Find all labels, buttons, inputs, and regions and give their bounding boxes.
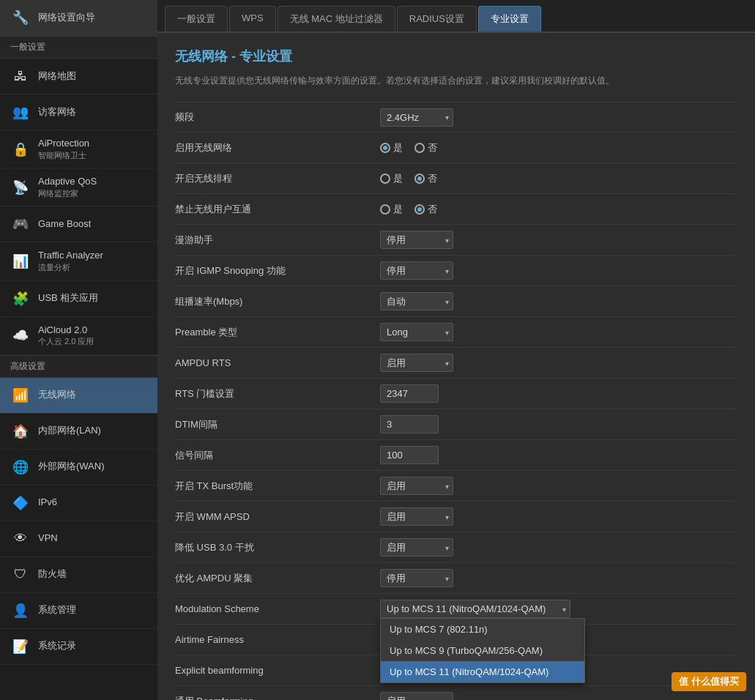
control-dtim-interval [380,411,737,438]
settings-rows: 频段2.4GHz5GHz启用无线网络 是 否开启无线排程 是 否禁止无线用户互通… [175,102,737,700]
dropdown-item-up-to-mcs-11-(nitroqam/1024-qam)[interactable]: Up to MCS 11 (NitroQAM/1024-QAM) [381,661,584,682]
select-tx-burst[interactable]: 启用停用 [380,477,453,495]
sidebar-item-setup-wizard[interactable]: 🔧 网络设置向导 [0,0,157,36]
sidebar-item-firewall[interactable]: 🛡 防火墙 [0,557,157,593]
sidebar-item-vpn[interactable]: 👁 VPN [0,521,157,557]
radio-group-wireless-scheduling: 是 否 [380,172,437,185]
select-universal-beamforming[interactable]: 启用停用 [380,692,453,700]
sidebar-item-syslog[interactable]: 📝 系统记录 [0,629,157,665]
row-dtim-interval: DTIM间隔 [175,409,737,440]
dropdown-item-up-to-mcs-9-(turboqam/256-qam)[interactable]: Up to MCS 9 (TurboQAM/256-QAM) [381,640,584,661]
page-title: 无线网络 - 专业设置 [175,48,737,65]
radio-dot-wireless-scheduling-0 [380,174,390,184]
row-ampdu-aggregation: 优化 AMPDU 聚集停用启用 [175,563,737,594]
control-beacon-interval [380,442,737,469]
sidebar-item-aicloud[interactable]: ☁️ AiCloud 2.0个人云 2.0 应用 [0,317,157,355]
sidebar-item-aiprotection[interactable]: 🔒 AiProtection智能网络卫士 [0,130,157,168]
tab-bar: 一般设置WPS无线 MAC 地址过滤器RADIUS设置专业设置 [157,0,755,33]
sidebar-item-wan[interactable]: 🌐 外部网络(WAN) [0,450,157,485]
radio-dot-wireless-scheduling-1 [414,174,425,184]
row-universal-beamforming: 通用 Beamforming启用停用 [175,686,737,700]
sidebar-item-guest-network[interactable]: 👥 访客网络 [0,94,157,130]
tab-container: 一般设置WPS无线 MAC 地址过滤器RADIUS设置专业设置 [165,6,543,31]
select-ampdu-aggregation[interactable]: 停用启用 [380,569,453,587]
row-modulation-scheme: Modulation SchemeUp to MCS 7 (802.11n)Up… [175,594,737,625]
control-wireless-scheduling: 是 否 [380,168,737,190]
sidebar-item-sysadmin[interactable]: 👤 系统管理 [0,593,157,629]
label-ampdu-rts: AMPDU RTS [175,351,380,374]
dropdown-item-up-to-mcs-7-(802.11n)[interactable]: Up to MCS 7 (802.11n) [381,619,584,640]
radio-option-disable-ap-isolation-1[interactable]: 否 [414,203,437,216]
row-roaming-assist: 漫游助手停用启用 [175,225,737,256]
sidebar-item-ipv6[interactable]: 🔷 IPv6 [0,485,157,521]
row-multicast-rate: 组播速率(Mbps)自动125.511 [175,286,737,317]
usb-apps-label: USB 相关应用 [38,292,98,305]
label-preamble: Preamble 类型 [175,320,380,345]
select-preamble[interactable]: LongShort [380,323,453,341]
usb-apps-icon: 🧩 [10,288,31,309]
label-modulation-scheme: Modulation Scheme [175,597,380,620]
sysadmin-label: 系统管理 [38,604,76,617]
label-tx-burst: 开启 TX Burst功能 [175,474,380,499]
control-usb30-interference: 启用停用 [380,534,737,561]
sidebar-item-traffic-analyzer[interactable]: 📊 Traffic Analyzer流量分析 [0,242,157,280]
section-general: 一般设置 [0,36,157,59]
vpn-icon: 👁 [10,529,31,549]
row-ampdu-rts: AMPDU RTS启用停用 [175,348,737,379]
select-multicast-rate[interactable]: 自动125.511 [380,292,453,310]
select-usb30-interference[interactable]: 启用停用 [380,538,453,556]
select-modulation-scheme[interactable]: Up to MCS 7 (802.11n)Up to MCS 9 (TurboQ… [380,600,570,618]
control-roaming-assist: 停用启用 [380,226,737,253]
adaptive-qos-label: Adaptive QoS网络监控家 [38,176,97,198]
network-map-icon: 🖧 [10,66,31,86]
select-wmm-apsd[interactable]: 启用停用 [380,507,453,526]
radio-label-disable-ap-isolation-1: 否 [428,203,437,216]
tab-professional[interactable]: 专业设置 [478,6,541,31]
label-explicit-beamforming: Explicit beamforming [175,659,380,682]
sysadmin-icon: 👤 [10,600,31,621]
traffic-analyzer-label: Traffic Analyzer流量分析 [38,250,103,272]
sidebar-item-game-boost[interactable]: 🎮 Game Boost [0,206,157,242]
select-igmp-snooping[interactable]: 停用启用 [380,261,453,280]
label-roaming-assist: 漫游助手 [175,228,380,253]
radio-option-enable-wireless-1[interactable]: 否 [414,141,437,154]
tab-mac-filter[interactable]: 无线 MAC 地址过滤器 [278,6,395,31]
radio-group-enable-wireless: 是 否 [380,141,437,154]
radio-label-enable-wireless-0: 是 [393,141,403,154]
sidebar-item-network-map[interactable]: 🖧 网络地图 [0,59,157,94]
control-preamble: LongShort [380,319,737,346]
radio-option-disable-ap-isolation-0[interactable]: 是 [380,203,403,216]
page-description: 无线专业设置提供您无线网络传输与效率方面的设置。若您没有选择适合的设置，建议采用… [175,74,737,87]
wireless-icon: 📶 [10,385,31,406]
watermark: 值 什么值得买 [672,672,746,691]
sidebar-advanced-items: 📶 无线网络 🏠 内部网络(LAN) 🌐 外部网络(WAN) 🔷 IPv6 👁 … [0,378,157,665]
tab-wps[interactable]: WPS [229,6,276,31]
tab-general[interactable]: 一般设置 [165,6,228,31]
row-tx-burst: 开启 TX Burst功能启用停用 [175,471,737,502]
section-advanced: 高级设置 [0,355,157,378]
row-preamble: Preamble 类型LongShort [175,317,737,348]
row-disable-ap-isolation: 禁止无线用户互通 是 否 [175,194,737,225]
sidebar-item-wireless[interactable]: 📶 无线网络 [0,378,157,414]
radio-option-enable-wireless-0[interactable]: 是 [380,141,403,154]
radio-option-wireless-scheduling-0[interactable]: 是 [380,172,403,185]
sidebar-item-usb-apps[interactable]: 🧩 USB 相关应用 [0,281,157,317]
radio-dot-disable-ap-isolation-0 [380,204,390,215]
label-beacon-interval: 信号间隔 [175,443,380,468]
sidebar-item-lan[interactable]: 🏠 内部网络(LAN) [0,414,157,450]
radio-dot-enable-wireless-0 [380,143,390,153]
select-ampdu-rts[interactable]: 启用停用 [380,354,453,372]
select-roaming-assist[interactable]: 停用启用 [380,231,453,249]
control-frequency: 2.4GHz5GHz [380,104,737,131]
radio-option-wireless-scheduling-1[interactable]: 否 [414,172,437,185]
ipv6-icon: 🔷 [10,493,31,513]
lan-icon: 🏠 [10,421,31,442]
input-beacon-interval[interactable] [380,446,439,464]
tab-radius[interactable]: RADIUS设置 [397,6,477,31]
sidebar-item-adaptive-qos[interactable]: 📡 Adaptive QoS网络监控家 [0,168,157,206]
row-wmm-apsd: 开启 WMM APSD启用停用 [175,502,737,532]
aiprotection-label: AiProtection智能网络卫士 [38,138,89,160]
select-frequency[interactable]: 2.4GHz5GHz [380,108,453,127]
input-rts-threshold[interactable] [380,384,439,403]
input-dtim-interval[interactable] [380,415,439,433]
